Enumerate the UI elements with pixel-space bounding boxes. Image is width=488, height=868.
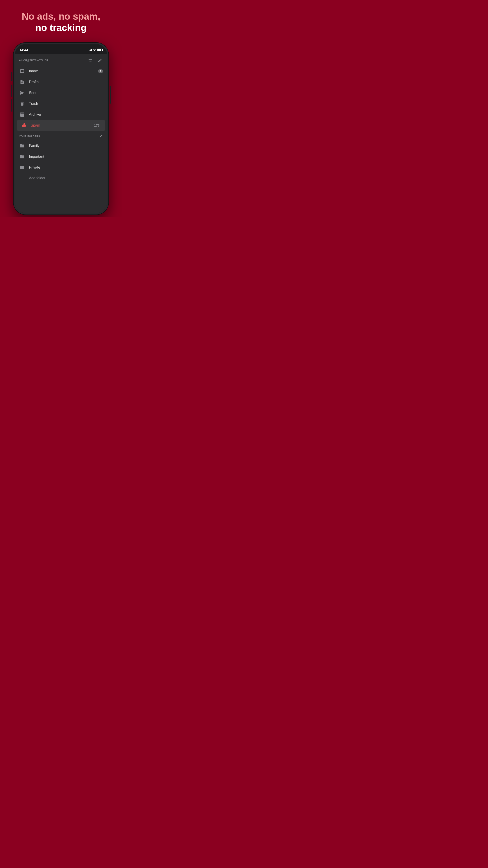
inbox-icon [19, 68, 25, 74]
add-folder-item[interactable]: + Add folder [15, 173, 107, 183]
status-icons [88, 48, 103, 52]
spam-label: Spam [31, 123, 89, 127]
status-time: 14:44 [20, 48, 28, 52]
header-icons [87, 57, 103, 64]
menu-list: Inbox 1 Drafts [15, 66, 107, 131]
phone-btn-vol-down [11, 99, 12, 112]
inbox-label: Inbox [29, 69, 94, 73]
folder-item-important[interactable]: Important [15, 151, 107, 162]
phone-notch [46, 44, 76, 51]
battery-icon [97, 49, 103, 51]
folder-icon-family [19, 143, 25, 149]
spam-icon [21, 122, 27, 129]
menu-item-archive[interactable]: Archive [15, 109, 107, 120]
folders-list: Family Important [15, 141, 107, 173]
sent-label: Sent [29, 91, 103, 95]
folder-icon-important [19, 153, 25, 160]
folder-item-family[interactable]: Family [15, 141, 107, 151]
add-folder-plus-icon: + [19, 175, 25, 181]
folder-item-private[interactable]: Private [15, 162, 107, 173]
app-content: ALICE@TUTANOTA.DE [15, 54, 107, 213]
app-header: ALICE@TUTANOTA.DE [15, 54, 107, 66]
menu-item-sent[interactable]: Sent [15, 88, 107, 98]
headline-line2: no tracking [35, 22, 87, 33]
svg-point-0 [94, 51, 95, 51]
folders-section-title: YOUR FOLDERS [19, 135, 40, 138]
folder-label-important: Important [29, 155, 103, 159]
headline: No ads, no spam, no tracking [13, 0, 109, 40]
filter-icon[interactable] [87, 57, 94, 64]
trash-label: Trash [29, 102, 103, 106]
wifi-icon [93, 48, 96, 52]
drafts-label: Drafts [29, 80, 103, 84]
phone-btn-power [109, 86, 111, 104]
archive-icon [19, 112, 25, 118]
sent-icon [19, 90, 25, 96]
menu-item-inbox[interactable]: Inbox 1 [15, 66, 107, 76]
inbox-badge: 1 [98, 69, 103, 73]
folders-section-header: YOUR FOLDERS [15, 131, 107, 141]
folders-edit-icon[interactable] [99, 134, 103, 138]
menu-item-drafts[interactable]: Drafts [15, 76, 107, 88]
phone-btn-silent [11, 72, 12, 81]
menu-item-spam[interactable]: Spam 173 [17, 120, 105, 131]
spam-badge: 173 [92, 123, 101, 128]
account-email: ALICE@TUTANOTA.DE [19, 59, 48, 62]
trash-icon [19, 101, 25, 107]
folder-label-private: Private [29, 165, 103, 169]
phone-btn-vol-up [11, 85, 12, 97]
compose-icon[interactable] [97, 57, 103, 64]
archive-label: Archive [29, 113, 103, 117]
folder-label-family: Family [29, 144, 103, 148]
phone-mockup: 14:44 [13, 43, 108, 215]
folder-icon-private [19, 164, 25, 170]
headline-line1: No ads, no spam, [22, 11, 100, 22]
signal-icon [88, 49, 92, 51]
menu-item-trash[interactable]: Trash [15, 98, 107, 109]
add-folder-label: Add folder [29, 176, 45, 180]
phone-frame: 14:44 [13, 43, 108, 215]
drafts-icon [19, 79, 25, 85]
